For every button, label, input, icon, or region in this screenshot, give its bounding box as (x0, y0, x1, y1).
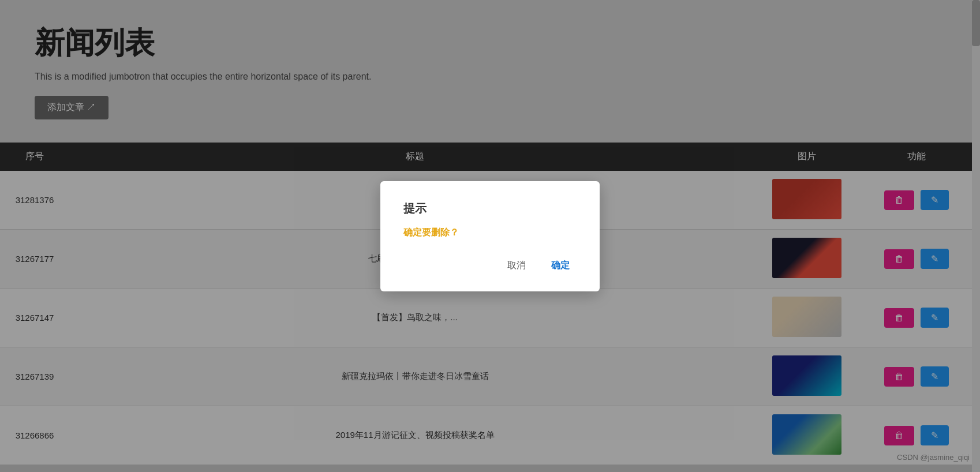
priority-high-label: 确定要删除？ (403, 227, 459, 237)
modal-confirm-button[interactable]: 确定 (544, 256, 577, 275)
modal-cancel-button[interactable]: 取消 (500, 256, 533, 275)
modal-title: 提示 (403, 201, 577, 216)
modal-overlay[interactable]: 提示 确定要删除？ 取消 确定 (0, 0, 980, 472)
modal-message: 确定要删除？ (403, 227, 577, 239)
confirm-dialog: 提示 确定要删除？ 取消 确定 (380, 181, 600, 291)
modal-actions: 取消 确定 (403, 256, 577, 275)
